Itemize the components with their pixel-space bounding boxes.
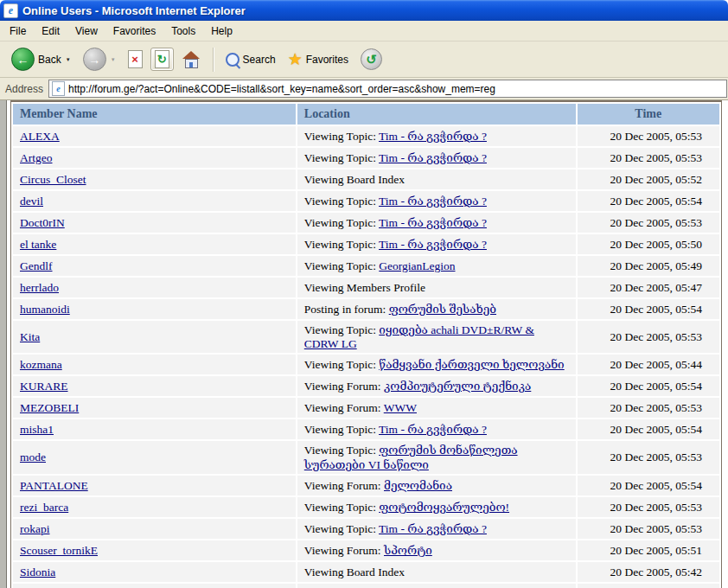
location-link[interactable]: Tim - რა გვჭირდა ? bbox=[379, 238, 487, 251]
member-link[interactable]: KURARE bbox=[20, 380, 68, 393]
member-cell: kozmana bbox=[13, 355, 296, 374]
time-cell: 20 Dec 2005, 05:54 bbox=[578, 299, 719, 319]
location-link[interactable]: ფორუმის შესახებ bbox=[389, 303, 496, 316]
member-cell: Kita bbox=[13, 321, 296, 353]
home-button[interactable] bbox=[177, 48, 205, 70]
location-cell: Viewing Forum: კომპიუტერული ტექნიკა bbox=[297, 376, 576, 396]
header-member-name: Member Name bbox=[13, 104, 296, 125]
member-cell: MEZOBELI bbox=[13, 398, 296, 418]
back-dropdown-icon[interactable]: ▼ bbox=[66, 57, 71, 62]
member-link[interactable]: devil bbox=[20, 195, 43, 208]
location-prefix: Viewing Topic: bbox=[304, 195, 379, 208]
member-link[interactable]: Artgeo bbox=[20, 151, 53, 164]
member-link[interactable]: humanoidi bbox=[20, 303, 70, 316]
menu-item-file[interactable]: File bbox=[2, 22, 34, 40]
location-cell: Viewing Board Index bbox=[297, 562, 576, 582]
location-link[interactable]: მელომანია bbox=[384, 479, 452, 492]
member-link[interactable]: Kita bbox=[20, 330, 40, 343]
stop-button[interactable]: × bbox=[124, 48, 147, 71]
menu-item-favorites[interactable]: Favorites bbox=[105, 22, 163, 40]
location-link[interactable]: GeorgianLegion bbox=[379, 259, 455, 272]
back-button[interactable]: ← Back ▼ bbox=[7, 45, 75, 74]
location-cell: Viewing Topic: Tim - რა გვჭირდა ? bbox=[297, 191, 576, 211]
location-prefix: Viewing Forum: bbox=[304, 380, 384, 393]
location-link[interactable]: წამყვანი ქართველი ხელოვანი bbox=[379, 358, 564, 371]
member-cell: Gendlf bbox=[13, 256, 296, 276]
table-row: Kita Viewing Topic: იყიდება achali DVD±R… bbox=[13, 321, 719, 353]
refresh-icon: ↻ bbox=[155, 50, 169, 68]
member-link[interactable]: Gendlf bbox=[20, 259, 53, 272]
location-link[interactable]: WWW bbox=[384, 401, 417, 414]
table-row: devil Viewing Topic: Tim - რა გვჭირდა ? … bbox=[13, 191, 719, 211]
member-link[interactable]: herrlado bbox=[20, 281, 59, 294]
search-button[interactable]: Search bbox=[221, 50, 280, 69]
location-cell: Posting in forum: ფორუმის შესახებ bbox=[297, 299, 576, 319]
time-cell: 20 Dec 2005, 05:44 bbox=[578, 355, 719, 374]
favorites-button[interactable]: ★ Favorites bbox=[284, 48, 353, 70]
forward-button[interactable]: → ▼ bbox=[79, 45, 120, 74]
menu-item-view[interactable]: View bbox=[67, 22, 105, 40]
time-cell: 20 Dec 2005, 05:42 bbox=[578, 562, 719, 582]
location-cell: Viewing Board Index bbox=[297, 169, 576, 189]
address-bar: Address e http://forum.ge/?act=Online&CO… bbox=[0, 78, 728, 100]
table-row: Gendlf Viewing Topic: GeorgianLegion 20 … bbox=[13, 256, 719, 276]
member-link[interactable]: rezi_barca bbox=[20, 501, 68, 514]
location-cell: Viewing Forum: მელომანია bbox=[297, 476, 576, 495]
menu-item-tools[interactable]: Tools bbox=[163, 22, 203, 40]
table-row: Circus_Closet Viewing Board Index 20 Dec… bbox=[13, 169, 719, 189]
member-cell: Artgeo bbox=[13, 148, 296, 168]
location-link[interactable]: სპორტი bbox=[384, 544, 432, 557]
location-cell: Viewing Topic: წამყვანი ქართველი ხელოვან… bbox=[297, 355, 576, 374]
forward-dropdown-icon[interactable]: ▼ bbox=[111, 57, 116, 62]
location-link[interactable]: Tim - რა გვჭირდა ? bbox=[379, 522, 487, 535]
time-cell: 20 Dec 2005, 05:54 bbox=[578, 419, 719, 439]
address-input[interactable]: e http://forum.ge/?act=Online&CODE=lista… bbox=[48, 80, 727, 98]
member-link[interactable]: el tanke bbox=[20, 238, 56, 251]
member-cell: el tanke bbox=[13, 234, 296, 254]
location-link[interactable]: Tim - რა გვჭირდა ? bbox=[379, 130, 487, 143]
member-link[interactable]: mode bbox=[20, 451, 46, 463]
member-cell: humanoidi bbox=[13, 299, 296, 319]
location-cell: Viewing Topic: ფოტომოყვარულებო! bbox=[297, 497, 576, 517]
member-cell: sirebo bbox=[13, 584, 296, 588]
location-prefix: Viewing Topic: bbox=[304, 323, 379, 336]
location-link[interactable]: Tim - რა გვჭირდა ? bbox=[379, 423, 487, 436]
menu-item-help[interactable]: Help bbox=[203, 22, 240, 40]
header-time: Time bbox=[578, 104, 719, 125]
online-users-tbody: ALEXA Viewing Topic: Tim - რა გვჭირდა ? … bbox=[13, 126, 719, 588]
member-link[interactable]: rokapi bbox=[20, 522, 50, 535]
member-link[interactable]: PANTALONE bbox=[20, 479, 88, 492]
forward-icon: → bbox=[83, 48, 106, 71]
member-link[interactable]: Doct0rIN bbox=[20, 216, 65, 229]
location-link[interactable]: კომპიუტერული ტექნიკა bbox=[384, 380, 531, 393]
time-cell: 20 Dec 2005, 05:53 bbox=[578, 497, 719, 517]
location-link[interactable]: Tim - რა გვჭირდა ? bbox=[379, 195, 487, 208]
member-cell: Sidonia bbox=[13, 562, 296, 582]
location-link[interactable]: ფოტომოყვარულებო! bbox=[379, 501, 509, 514]
member-link[interactable]: kozmana bbox=[20, 358, 62, 371]
member-cell: Circus_Closet bbox=[13, 169, 296, 189]
ie-app-icon: e bbox=[3, 3, 18, 18]
table-row: KURARE Viewing Forum: კომპიუტერული ტექნი… bbox=[13, 376, 719, 396]
member-link[interactable]: Circus_Closet bbox=[20, 173, 86, 186]
member-cell: ALEXA bbox=[13, 126, 296, 146]
address-label: Address bbox=[5, 83, 43, 95]
refresh-button[interactable]: ↻ bbox=[150, 48, 174, 71]
time-cell: 20 Dec 2005, 05:53 bbox=[578, 519, 719, 539]
member-cell: misha1 bbox=[13, 419, 296, 439]
location-link[interactable]: Tim - რა გვჭირდა ? bbox=[379, 151, 487, 164]
location-prefix: Viewing Topic: bbox=[304, 259, 379, 272]
member-link[interactable]: Sidonia bbox=[20, 566, 55, 578]
member-link[interactable]: Scouser_tornikE bbox=[20, 544, 98, 557]
table-row: Sidonia Viewing Board Index 20 Dec 2005,… bbox=[13, 562, 719, 582]
back-icon: ← bbox=[11, 48, 35, 71]
time-cell: 20 Dec 2005, 05:49 bbox=[578, 256, 719, 276]
table-row: Artgeo Viewing Topic: Tim - რა გვჭირდა ?… bbox=[13, 148, 719, 168]
location-link[interactable]: Tim - რა გვჭირდა ? bbox=[379, 216, 487, 229]
menu-item-edit[interactable]: Edit bbox=[34, 22, 67, 40]
member-link[interactable]: MEZOBELI bbox=[20, 401, 79, 414]
time-cell: 20 Dec 2005, 05:53 bbox=[578, 321, 719, 353]
member-link[interactable]: ALEXA bbox=[20, 130, 60, 143]
history-button[interactable]: ↺ bbox=[356, 46, 386, 73]
member-link[interactable]: misha1 bbox=[20, 423, 54, 436]
